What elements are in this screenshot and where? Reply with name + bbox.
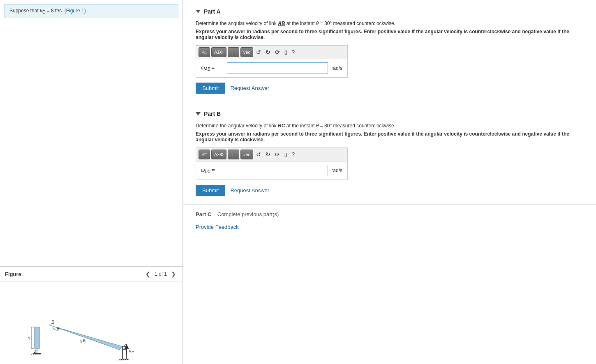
part-a-instruction: Express your answer in radians per secon… bbox=[196, 29, 584, 40]
toolbar-b-bracket-btn[interactable]: [] bbox=[283, 151, 289, 158]
figure-section: Figure ❮ 1 of 1 ❯ bbox=[0, 266, 182, 364]
toolbar-a-redo-btn[interactable]: ↻ bbox=[264, 48, 272, 56]
svg-text:C: C bbox=[124, 343, 127, 348]
part-a-collapse-icon[interactable] bbox=[196, 10, 201, 13]
toolbar-b-help-btn[interactable]: ? bbox=[290, 150, 296, 159]
part-a-answer-row: ωAB = rad/s bbox=[196, 59, 348, 78]
part-c-label: Part C Complete previous part(s) bbox=[196, 211, 584, 217]
part-b-label: Part B bbox=[204, 111, 221, 117]
part-b-unit: rad/s bbox=[331, 168, 342, 173]
part-a-answer-label: ωAB = bbox=[201, 65, 224, 71]
figure-title: Figure bbox=[5, 271, 21, 277]
toolbar-a-refresh-btn[interactable]: ⟳ bbox=[273, 48, 282, 56]
figure-diagram: B θ 1 ft bbox=[4, 286, 152, 364]
part-b-section: Part B Determine the angular velocity of… bbox=[183, 102, 596, 205]
toolbar-b-refresh-btn[interactable]: ⟳ bbox=[273, 150, 282, 159]
part-b-answer-row: ωBC = rad/s bbox=[196, 161, 348, 180]
part-b-answer-label: ωBC = bbox=[201, 167, 224, 174]
part-a-description: Determine the angular velocity of link A… bbox=[196, 21, 584, 26]
part-a-unit: rad/s bbox=[331, 65, 342, 71]
right-panel: Part A Determine the angular velocity of… bbox=[183, 0, 596, 364]
part-b-header: Part B bbox=[196, 111, 584, 117]
toolbar-b-undo-btn[interactable]: ↺ bbox=[254, 150, 263, 159]
toolbar-a-sigma-btn[interactable]: ΑΣΦ bbox=[211, 47, 226, 57]
svg-rect-18 bbox=[122, 347, 127, 359]
figure-link[interactable]: (Figure 1) bbox=[65, 8, 86, 14]
svg-text:A: A bbox=[33, 350, 37, 355]
toolbar-a-help-btn[interactable]: ? bbox=[290, 48, 296, 56]
provide-feedback-link[interactable]: Provide Feedback bbox=[196, 224, 239, 230]
toolbar-a-sqrt-btn[interactable]: √□ bbox=[199, 47, 210, 57]
svg-text:C: C bbox=[132, 350, 134, 354]
part-b-request-answer-link[interactable]: Request Answer bbox=[230, 187, 269, 194]
figure-nav: ❮ 1 of 1 ❯ bbox=[144, 270, 178, 278]
part-a-section: Part A Determine the angular velocity of… bbox=[183, 0, 596, 102]
part-c-message: Complete previous part(s) bbox=[217, 211, 279, 217]
info-text: Suppose that vC = 8 ft/s. bbox=[9, 8, 65, 14]
toolbar-b-pipe-btn[interactable]: || bbox=[228, 150, 239, 159]
figure-canvas: B θ 1 ft bbox=[0, 282, 182, 364]
svg-rect-7 bbox=[35, 327, 39, 348]
part-c-title: Part C bbox=[196, 211, 211, 217]
toolbar-a-bracket-btn[interactable]: [] bbox=[283, 49, 289, 55]
svg-line-21 bbox=[118, 359, 120, 360]
figure-page: 1 of 1 bbox=[155, 271, 167, 277]
svg-line-2 bbox=[31, 354, 33, 355]
part-a-answer-input[interactable] bbox=[227, 62, 328, 74]
figure-prev-button[interactable]: ❮ bbox=[144, 270, 152, 278]
part-b-collapse-icon[interactable] bbox=[196, 112, 201, 115]
part-a-header: Part A bbox=[196, 8, 584, 15]
part-b-answer-input[interactable] bbox=[227, 165, 328, 176]
part-b-instruction: Express your answer in radians per secon… bbox=[196, 131, 584, 143]
left-panel: Suppose that vC = 8 ft/s. (Figure 1) Fig… bbox=[0, 0, 183, 364]
problem-info: Suppose that vC = 8 ft/s. (Figure 1) bbox=[4, 4, 178, 18]
toolbar-a-vec-btn[interactable]: vec bbox=[240, 47, 253, 57]
part-a-request-answer-link[interactable]: Request Answer bbox=[230, 85, 269, 91]
part-b-submit-button[interactable]: Submit bbox=[196, 185, 225, 196]
toolbar-a-undo-btn[interactable]: ↺ bbox=[254, 48, 263, 56]
part-b-description: Determine the angular velocity of link B… bbox=[196, 123, 584, 129]
toolbar-a-pipe-btn[interactable]: || bbox=[228, 47, 239, 57]
part-b-actions: Submit Request Answer bbox=[196, 185, 584, 196]
svg-text:B: B bbox=[51, 320, 54, 325]
toolbar-b-redo-btn[interactable]: ↻ bbox=[264, 150, 272, 159]
vc-subscript: C bbox=[42, 10, 45, 14]
part-a-toolbar: √□ ΑΣΦ || vec ↺ ↻ ⟳ [] ? bbox=[196, 45, 348, 59]
figure-next-button[interactable]: ❯ bbox=[169, 270, 178, 278]
part-a-actions: Submit Request Answer bbox=[196, 83, 584, 94]
part-b-toolbar: √□ ΑΣΦ || vec ↺ ↻ ⟳ [] ? bbox=[196, 147, 348, 161]
toolbar-b-sqrt-btn[interactable]: √□ bbox=[199, 150, 210, 159]
part-a-submit-button[interactable]: Submit bbox=[196, 83, 225, 94]
toolbar-b-sigma-btn[interactable]: ΑΣΦ bbox=[211, 150, 226, 159]
figure-header: Figure ❮ 1 of 1 ❯ bbox=[0, 267, 182, 282]
svg-text:3 ft: 3 ft bbox=[79, 338, 86, 344]
part-c-section: Part C Complete previous part(s) Provide… bbox=[183, 205, 596, 237]
svg-text:1 ft: 1 ft bbox=[28, 336, 34, 341]
toolbar-b-vec-btn[interactable]: vec bbox=[240, 150, 253, 159]
part-a-label: Part A bbox=[204, 8, 221, 15]
svg-marker-14 bbox=[49, 325, 123, 350]
